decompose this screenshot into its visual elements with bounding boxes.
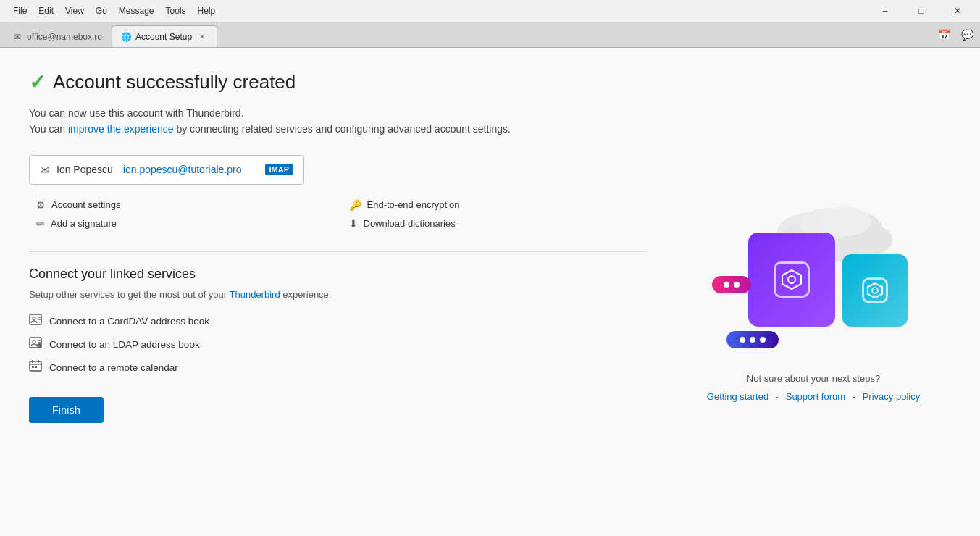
menu-help[interactable]: Help	[193, 4, 220, 17]
svg-point-21	[788, 276, 795, 283]
encryption-link[interactable]: 🔑 End-to-end encryption	[349, 199, 648, 211]
privacy-policy-link[interactable]: Privacy policy	[863, 391, 920, 402]
ldap-label: Connect to an LDAP address book	[49, 339, 200, 350]
dictionaries-icon: ⬇	[349, 218, 358, 230]
success-title: Account successfully created	[53, 71, 296, 93]
tab-account-setup-label: Account Setup	[135, 32, 192, 42]
menu-edit[interactable]: Edit	[34, 4, 58, 17]
svg-rect-15	[35, 366, 37, 368]
account-settings-label: Account settings	[51, 199, 120, 210]
improve-experience-link[interactable]: improve the experience	[68, 123, 174, 135]
tab-close-button[interactable]: ✕	[196, 31, 208, 43]
right-panel: Not sure about your next steps? Getting …	[676, 71, 951, 513]
blue-password-pill	[726, 331, 779, 348]
menu-view[interactable]: View	[61, 4, 88, 17]
account-card: ✉ Ion Popescu ion.popescu@tutoriale.pro …	[29, 155, 304, 185]
chat-icon-button[interactable]: 💬	[957, 25, 977, 44]
svg-text:+: +	[38, 343, 41, 348]
account-email[interactable]: ion.popescu@tutoriale.pro	[123, 164, 242, 175]
menu-file[interactable]: File	[9, 4, 31, 17]
dictionaries-label: Download dictionaries	[364, 218, 456, 229]
signature-icon: ✏	[36, 218, 45, 230]
svg-point-20	[821, 207, 871, 236]
encryption-icon: 🔑	[349, 199, 361, 211]
divider-1: -	[776, 391, 779, 402]
illustration	[712, 196, 915, 356]
carddav-icon	[29, 313, 42, 329]
success-subtitle: You can now use this account with Thunde…	[29, 105, 647, 138]
ldap-link[interactable]: + Connect to an LDAP address book	[29, 336, 647, 352]
menu-bar: File Edit View Go Message Tools Help	[6, 3, 222, 19]
success-line1: You can now use this account with Thunde…	[29, 105, 647, 121]
menu-go[interactable]: Go	[91, 4, 112, 17]
account-name: Ion Popescu	[56, 164, 113, 175]
minimize-button[interactable]: –	[868, 0, 902, 22]
next-steps-text: Not sure about your next steps?	[707, 373, 920, 384]
menu-message[interactable]: Message	[114, 4, 159, 17]
purple-card	[748, 233, 835, 327]
svg-point-22	[872, 288, 878, 293]
connect-list: Connect to a CardDAV address book	[29, 313, 647, 375]
pw-dot-5	[760, 337, 766, 343]
cyan-card	[842, 254, 908, 327]
settings-grid: ⚙ Account settings 🔑 End-to-end encrypti…	[29, 199, 647, 230]
account-mail-icon: ✉	[40, 163, 49, 177]
title-bar: File Edit View Go Message Tools Help – □…	[0, 0, 980, 22]
connect-desc-prefix: Setup other services to get the most out…	[29, 289, 230, 300]
connect-section: Connect your linked services Setup other…	[29, 267, 647, 376]
pw-dot-4	[750, 337, 755, 343]
divider-2: -	[853, 391, 855, 402]
signature-label: Add a signature	[51, 218, 117, 229]
encryption-label: End-to-end encryption	[367, 199, 460, 210]
cyan-card-icon	[862, 277, 888, 303]
connect-description: Setup other services to get the most out…	[29, 288, 647, 302]
tab-office[interactable]: ✉ office@namebox.ro	[3, 25, 112, 47]
support-forum-link[interactable]: Support forum	[786, 391, 845, 402]
pw-dot-3	[740, 337, 745, 343]
mail-tab-icon: ✉	[12, 32, 22, 42]
signature-link[interactable]: ✏ Add a signature	[36, 218, 335, 230]
success-line2-prefix: You can	[29, 123, 68, 135]
menu-tools[interactable]: Tools	[162, 4, 190, 17]
dictionaries-link[interactable]: ⬇ Download dictionaries	[349, 218, 648, 230]
pink-password-pill	[712, 276, 751, 293]
account-settings-link[interactable]: ⚙ Account settings	[36, 199, 335, 211]
finish-button[interactable]: Finish	[29, 397, 104, 423]
svg-rect-14	[32, 366, 34, 368]
help-links: Getting started - Support forum - Privac…	[707, 391, 920, 402]
toolbar-right: 📅 💬	[934, 25, 977, 47]
tab-office-label: office@namebox.ro	[27, 32, 102, 42]
calendar-icon	[29, 359, 42, 375]
maximize-button[interactable]: □	[905, 0, 938, 22]
tab-bar: ✉ office@namebox.ro 🌐 Account Setup ✕ 📅 …	[0, 22, 980, 48]
carddav-label: Connect to a CardDAV address book	[49, 316, 209, 327]
carddav-link[interactable]: Connect to a CardDAV address book	[29, 313, 647, 329]
left-panel: ✓ Account successfully created You can n…	[29, 71, 647, 513]
getting-started-link[interactable]: Getting started	[707, 391, 768, 402]
close-button[interactable]: ✕	[941, 0, 974, 22]
imap-badge: IMAP	[265, 164, 294, 175]
connect-heading: Connect your linked services	[29, 267, 647, 282]
calendar-icon-button[interactable]: 📅	[934, 25, 954, 44]
connect-desc-suffix: experience.	[280, 289, 332, 300]
account-settings-icon: ⚙	[36, 199, 46, 211]
checkmark-icon: ✓	[29, 72, 46, 93]
success-line2-suffix: by connecting related services and confi…	[174, 123, 511, 135]
pw-dot-2	[734, 282, 740, 288]
success-line2: You can improve the experience by connec…	[29, 121, 647, 137]
globe-tab-icon: 🌐	[121, 32, 131, 42]
ldap-icon: +	[29, 336, 42, 352]
purple-card-icon	[774, 261, 810, 298]
window: File Edit View Go Message Tools Help – □…	[0, 0, 980, 536]
pw-dot-1	[724, 282, 729, 288]
calendar-label: Connect to a remote calendar	[49, 362, 178, 373]
calendar-link[interactable]: Connect to a remote calendar	[29, 359, 647, 375]
window-controls: – □ ✕	[868, 0, 974, 22]
tab-account-setup[interactable]: 🌐 Account Setup ✕	[112, 25, 217, 47]
thunderbird-link[interactable]: Thunderbird	[230, 289, 280, 300]
success-heading: ✓ Account successfully created	[29, 71, 647, 93]
right-text: Not sure about your next steps? Getting …	[707, 373, 920, 402]
content-area: ✓ Account successfully created You can n…	[0, 48, 980, 536]
section-divider	[29, 251, 647, 252]
